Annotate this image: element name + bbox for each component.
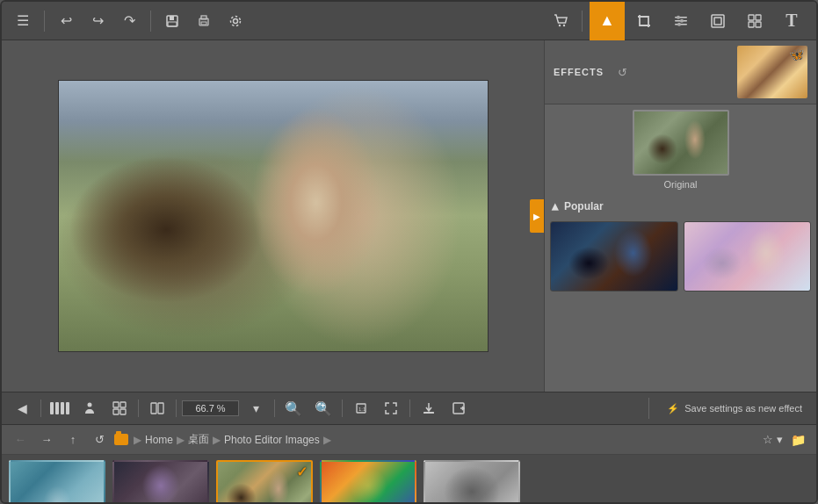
svg-rect-1: [170, 16, 174, 20]
fit-button[interactable]: 1:1: [348, 396, 374, 421]
compare-button[interactable]: [144, 396, 170, 421]
svg-point-14: [680, 18, 684, 22]
filmstrip-toggle-button[interactable]: [47, 396, 73, 421]
svg-rect-18: [749, 15, 754, 20]
svg-rect-21: [756, 22, 761, 27]
save-effect-icon: ⚡: [667, 403, 679, 414]
svg-rect-32: [158, 403, 163, 414]
effects-preview-butterfly: [737, 46, 807, 98]
forward-button[interactable]: →: [35, 428, 58, 451]
effect-item-2[interactable]: [684, 221, 812, 292]
svg-rect-5: [201, 22, 206, 25]
ctrl-divider-2: [138, 400, 139, 417]
svg-rect-19: [756, 15, 761, 20]
film-item-3[interactable]: ✓ Photo3.jpg: [216, 460, 313, 504]
film-thumb-2[interactable]: [112, 460, 209, 504]
svg-point-6: [234, 18, 238, 23]
svg-rect-16: [712, 15, 724, 27]
film-item-1[interactable]: Photo1.jpg: [9, 460, 105, 504]
breadcrumb-home[interactable]: Home: [145, 434, 173, 446]
svg-rect-17: [714, 18, 721, 25]
svg-rect-31: [151, 403, 156, 414]
effects-reset-button[interactable]: ↺: [609, 60, 635, 84]
crop-tool-button[interactable]: [626, 2, 662, 40]
grid-view-button[interactable]: [106, 396, 133, 421]
svg-rect-29: [113, 409, 119, 414]
print-button[interactable]: [190, 7, 218, 35]
favorite-button[interactable]: ☆ ▾: [763, 433, 783, 446]
refresh-button[interactable]: ↺: [88, 428, 111, 451]
download-button[interactable]: [416, 396, 442, 421]
undo-button[interactable]: ↩: [52, 7, 80, 35]
cart-button[interactable]: [547, 7, 575, 35]
frames-tool-button[interactable]: [700, 2, 735, 40]
ctrl-divider-5: [342, 400, 343, 417]
prev-image-button[interactable]: ◀: [9, 396, 35, 421]
svg-rect-24: [61, 402, 64, 414]
divider-3: [582, 11, 583, 32]
up-button[interactable]: ↑: [62, 428, 84, 451]
menu-button[interactable]: ☰: [9, 7, 37, 35]
popular-section-header[interactable]: Popular: [550, 197, 811, 216]
effects-panel: EFFECTS ↺ Original Popular: [544, 40, 816, 392]
sep-3: ▶: [213, 434, 221, 446]
divider: [648, 398, 649, 419]
breadcrumb-images[interactable]: Photo Editor Images: [224, 434, 320, 446]
film-selected-check: ✓: [296, 464, 308, 480]
effects-tool-button[interactable]: ▲: [590, 2, 625, 40]
film-item-4[interactable]: Photo4.jpg: [320, 460, 416, 504]
breadcrumb-bar: ← → ↑ ↺ ▶ Home ▶ 桌面 ▶ Photo Editor Image…: [2, 425, 816, 455]
zoom-in-button[interactable]: 🔍+: [310, 396, 337, 421]
svg-text:1:1: 1:1: [358, 407, 366, 412]
sep-2: ▶: [177, 434, 185, 446]
panel-toggle-arrow[interactable]: ▶: [530, 199, 544, 233]
film-thumb-5[interactable]: [423, 460, 520, 504]
sep-4: ▶: [323, 434, 331, 446]
panel-arrow-icon: ▶: [533, 212, 540, 221]
adjustments-tool-button[interactable]: [663, 2, 699, 40]
breadcrumb-desktop[interactable]: 桌面: [188, 432, 209, 447]
original-thumbnail[interactable]: [633, 110, 729, 176]
effects-label: EFFECTS: [554, 67, 604, 77]
effects-header: EFFECTS ↺: [545, 40, 816, 104]
main-content: EFFECTS ↺ Original Popular ▶: [2, 40, 816, 392]
fullscreen-button[interactable]: [378, 396, 404, 421]
main-image: [58, 80, 489, 352]
redo2-button[interactable]: ↷: [115, 7, 143, 35]
effects-grid: [550, 221, 811, 292]
effect-item-1[interactable]: [550, 221, 678, 292]
ctrl-divider-4: [274, 400, 275, 417]
film-item-5[interactable]: Photo5.jpg: [423, 460, 520, 504]
film-thumb-3[interactable]: ✓: [216, 460, 313, 504]
original-section: Original: [550, 110, 811, 190]
save-button[interactable]: [158, 7, 186, 35]
person-view-button[interactable]: [76, 396, 103, 421]
zoom-dropdown-button[interactable]: ▾: [243, 396, 269, 421]
film-thumb-1[interactable]: [9, 460, 105, 504]
svg-rect-25: [66, 402, 69, 414]
ctrl-divider-1: [40, 400, 41, 417]
original-label: Original: [664, 179, 698, 190]
svg-rect-35: [423, 412, 434, 414]
redo-button[interactable]: ↪: [83, 7, 112, 35]
effects-content[interactable]: Original Popular: [545, 104, 816, 392]
ctrl-divider-6: [409, 400, 410, 417]
film-item-2[interactable]: Photo2.jpg: [112, 460, 209, 504]
film-thumb-4[interactable]: [320, 460, 416, 504]
svg-point-8: [559, 24, 561, 25]
texture-tool-button[interactable]: [737, 2, 772, 40]
settings-button[interactable]: [221, 7, 250, 35]
back-button[interactable]: ←: [9, 428, 32, 451]
svg-rect-28: [120, 402, 126, 407]
folder-button[interactable]: 📁: [786, 428, 809, 451]
svg-point-9: [563, 24, 565, 25]
svg-point-15: [677, 22, 681, 25]
bottom-controls: ◀ 66.7 % ▾ 🔍 🔍+: [2, 392, 816, 425]
share-button[interactable]: [445, 396, 472, 421]
svg-rect-30: [120, 409, 126, 414]
zoom-out-button[interactable]: 🔍: [280, 396, 307, 421]
zoom-display: 66.7 %: [182, 400, 239, 416]
save-effect-label: Save settings as new effect: [684, 403, 802, 414]
save-effect-button[interactable]: ⚡ Save settings as new effect: [660, 400, 809, 418]
text-tool-button[interactable]: T: [774, 2, 809, 40]
